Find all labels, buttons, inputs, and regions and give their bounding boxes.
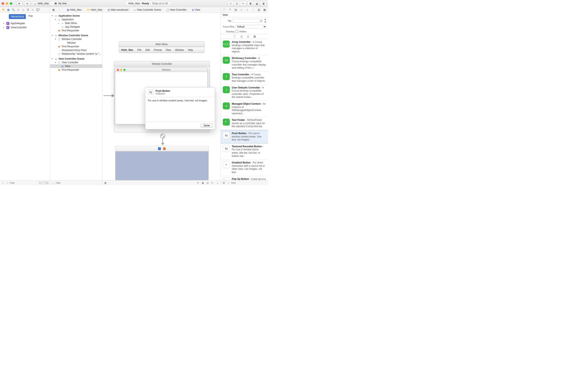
- object-library[interactable]: ▢▢▢Array Controller - A Cocoa bindings c…: [221, 39, 268, 180]
- outline-storyboard-entry[interactable]: →Storyboard Entry Point: [50, 48, 102, 52]
- issue-navigator-icon[interactable]: ⚠: [16, 8, 20, 12]
- filter-class-icon[interactable]: C: [39, 182, 42, 184]
- attributes-inspector-icon[interactable]: ⟐: [239, 8, 244, 12]
- toggle-outline-icon[interactable]: ◧: [104, 181, 107, 185]
- jump-seg-1[interactable]: 📁Hello_Mac〉: [86, 8, 107, 12]
- bindings-inspector-icon[interactable]: ▥: [257, 8, 261, 12]
- find-navigator-icon[interactable]: 🔍: [11, 8, 15, 12]
- menu-edit[interactable]: Edit: [144, 49, 152, 51]
- library-item-9[interactable]: Xy▾Pop Up Button - A pop-up or a pull-do…: [221, 176, 268, 180]
- menu-view[interactable]: View: [163, 49, 173, 51]
- close-window[interactable]: [2, 2, 4, 5]
- code-snippet-library-icon[interactable]: {}: [241, 35, 242, 38]
- identity-inspector-icon[interactable]: ▤: [234, 8, 238, 12]
- focus-ring-select[interactable]: Default: [235, 25, 266, 28]
- outline-window-controller-scene[interactable]: ▼▭Window Controller Scene: [50, 34, 102, 37]
- outline-application[interactable]: ▼▲Application: [50, 18, 102, 21]
- library-item-4[interactable]: ≣Managed Object Context - An instance of…: [221, 101, 268, 117]
- outline-relationship[interactable]: ◯Relationship "window content" to "...: [50, 52, 102, 56]
- outline-view-controller-scene[interactable]: ▼▭View Controller Scene: [50, 57, 102, 61]
- flat-tab[interactable]: Flat: [27, 14, 35, 18]
- hidden-checkbox[interactable]: [235, 30, 238, 33]
- help-inspector-icon[interactable]: ?: [228, 8, 232, 12]
- segue-arrow-icon[interactable]: [159, 134, 167, 146]
- canvas-menubar[interactable]: Hello_Mac File Edit Format View Window H…: [119, 47, 204, 53]
- file-inspector-icon[interactable]: 📄: [222, 8, 226, 12]
- stop-button[interactable]: [24, 1, 30, 6]
- size-inspector-icon[interactable]: ⟟: [245, 8, 250, 12]
- effects-inspector-icon[interactable]: ▦: [262, 8, 267, 12]
- canvas-view-controller[interactable]: [115, 146, 209, 180]
- connections-inspector-icon[interactable]: →: [251, 8, 255, 12]
- filter-icon[interactable]: ◌: [6, 181, 9, 185]
- scheme-selector[interactable]: ▲ Hello_Mac 〉 💻 My Mac: [32, 1, 69, 6]
- zoom-window[interactable]: [10, 2, 12, 5]
- outline-filter[interactable]: [56, 182, 101, 184]
- filter-main-icon[interactable]: M: [46, 182, 49, 184]
- library-item-8[interactable]: +Gradient Button - For direct interactio…: [221, 160, 268, 176]
- canvas-embed-icon[interactable]: ▦: [201, 181, 205, 185]
- stepper-up[interactable]: ▲: [264, 18, 266, 21]
- jump-seg-0[interactable]: ▣Hello_Mac〉: [66, 8, 86, 12]
- toggle-debug-icon[interactable]: ⬓: [254, 1, 260, 6]
- library-filter[interactable]: [231, 182, 267, 184]
- library-item-3[interactable]: ▯User Defaults Controller - A Cocoa bind…: [221, 84, 268, 101]
- run-button[interactable]: [16, 1, 23, 6]
- outline-filter-icon[interactable]: ◌: [51, 181, 55, 185]
- library-item-6[interactable]: XyPush Button - For use in window conten…: [221, 130, 268, 143]
- minimize-window[interactable]: [6, 2, 8, 5]
- object-library-icon[interactable]: ◎: [247, 35, 249, 38]
- outline-view-controller[interactable]: ▼◯View Controller: [50, 61, 102, 64]
- interface-builder-canvas[interactable]: Main Menu Hello_Mac File Edit Format Vie…: [102, 13, 220, 180]
- library-view-mode-icon[interactable]: ⊞: [222, 181, 226, 185]
- menu-window[interactable]: Window: [173, 49, 186, 51]
- outline-main-menu[interactable]: ▸▭Main Menu: [50, 21, 102, 25]
- outline-first-responder-1[interactable]: ⬣First Responder: [50, 29, 102, 32]
- canvas-align-icon[interactable]: ⊟: [206, 181, 209, 185]
- menu-file[interactable]: File: [135, 49, 143, 51]
- related-items-icon[interactable]: ▦: [51, 8, 56, 12]
- file-template-library-icon[interactable]: 📄: [233, 35, 236, 38]
- outline-application-scene[interactable]: ▼▭Application Scene: [50, 14, 102, 18]
- breakpoint-navigator-icon[interactable]: ▷: [31, 8, 35, 12]
- outline-view[interactable]: ▥View: [50, 64, 102, 68]
- jump-seg-4[interactable]: ◯View Controller〉: [166, 8, 190, 12]
- jump-bar[interactable]: ▦ 〈 〉 ▣Hello_Mac〉 📁Hello_Mac〉 ▤Main.stor…: [50, 7, 220, 13]
- library-item-0[interactable]: ▢▢▢Array Controller - A Cocoa bindings c…: [221, 39, 268, 55]
- popover-done-button[interactable]: Done: [201, 124, 213, 127]
- report-navigator-icon[interactable]: 💬: [36, 8, 40, 12]
- hierarchical-tab[interactable]: Hierarchical: [9, 14, 26, 19]
- canvas-view-selected[interactable]: [115, 151, 208, 180]
- outline-first-responder-3[interactable]: ⬣First Responder: [50, 68, 102, 72]
- canvas-resolve-icon[interactable]: ⟁: [216, 181, 219, 185]
- jump-seg-5[interactable]: ▥View: [191, 8, 201, 12]
- back-icon[interactable]: 〈: [56, 8, 61, 12]
- outline-window-controller[interactable]: ▼◯Window Controller: [50, 37, 102, 41]
- outline-window[interactable]: Window: [50, 41, 102, 45]
- editor-version-icon[interactable]: ↪: [240, 1, 246, 6]
- source-control-navigator-icon[interactable]: ▦: [6, 8, 11, 12]
- library-item-5[interactable]: 🔍Text Finder - NSTextFinder serves as a …: [221, 117, 268, 130]
- library-item-1[interactable]: AaDictionary Controller - A Cocoa bindin…: [221, 55, 268, 71]
- jump-seg-3[interactable]: ▭View Controller Scene〉: [133, 8, 165, 12]
- jump-seg-2[interactable]: ▤Main.storyboard〉: [107, 8, 132, 12]
- filter-file-icon[interactable]: 📄: [43, 182, 45, 184]
- test-navigator-icon[interactable]: ◇: [21, 8, 25, 12]
- forward-icon[interactable]: 〉: [61, 8, 66, 12]
- toggle-inspector-icon[interactable]: ◨: [260, 1, 266, 6]
- add-icon[interactable]: ＋: [1, 181, 5, 185]
- menu-help[interactable]: Help: [186, 49, 195, 51]
- menu-app[interactable]: Hello_Mac: [119, 49, 135, 51]
- library-filter-icon[interactable]: ◌: [226, 181, 230, 185]
- media-library-icon[interactable]: ▦: [253, 35, 256, 38]
- navigator-filter[interactable]: [10, 182, 38, 184]
- library-item-7[interactable]: XyTextured Rounded Button - For use in w…: [221, 143, 268, 160]
- editor-standard-icon[interactable]: ≡: [228, 1, 234, 6]
- toggle-navigator-icon[interactable]: ◧: [248, 1, 254, 6]
- nav-item-viewcontroller[interactable]: ▸CViewController: [0, 25, 50, 29]
- canvas-update-frames-icon[interactable]: ⟲: [196, 181, 200, 185]
- tag-field[interactable]: [233, 19, 263, 23]
- menu-format[interactable]: Format: [152, 49, 163, 51]
- debug-navigator-icon[interactable]: ☰: [26, 8, 30, 12]
- editor-assistant-icon[interactable]: ◎: [234, 1, 240, 6]
